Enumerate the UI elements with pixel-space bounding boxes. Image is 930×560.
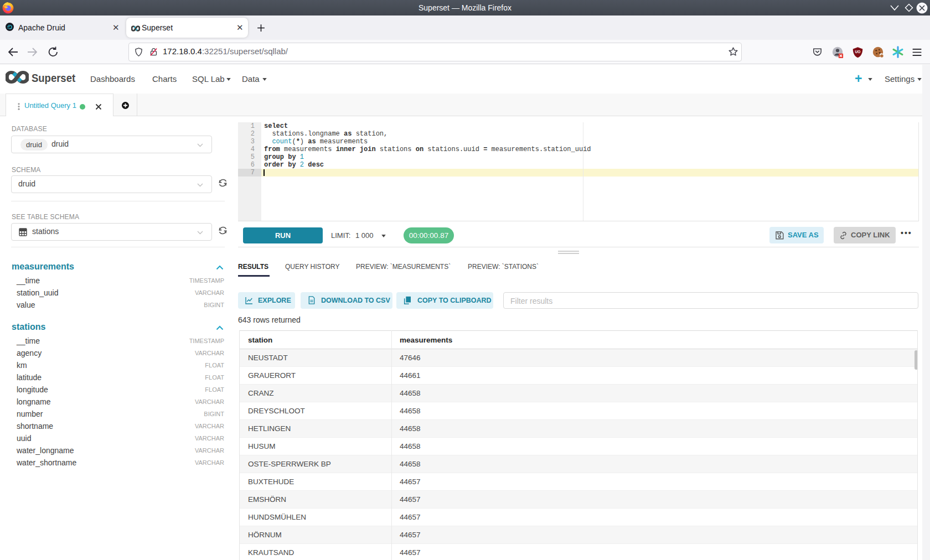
svg-text:UO: UO (855, 50, 861, 54)
